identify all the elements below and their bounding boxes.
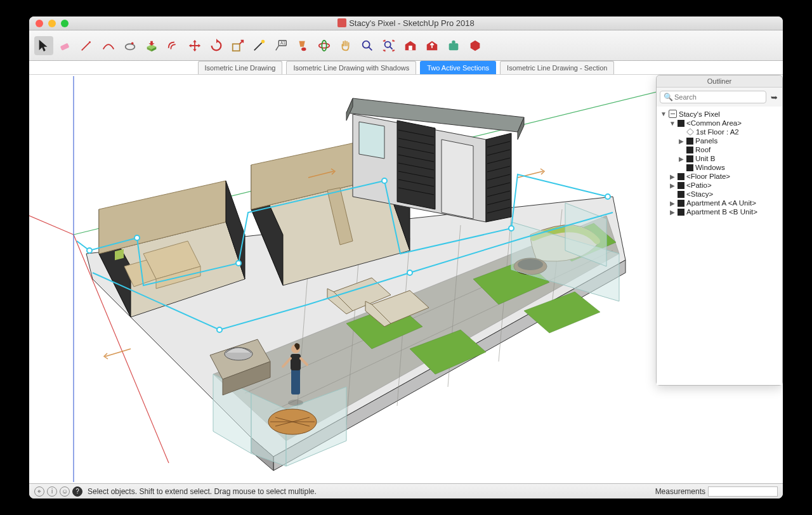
scene-tab-3[interactable]: Isometric Line Drawing - Section — [500, 61, 614, 74]
svg-point-1 — [126, 44, 135, 49]
outliner-search-row: 🔍 ➥ — [657, 88, 782, 107]
disclosure-icon[interactable]: ▼ — [669, 120, 676, 127]
component-icon — [678, 200, 684, 207]
component-icon — [686, 147, 693, 153]
tool-layout[interactable] — [466, 36, 485, 55]
outliner-item[interactable]: ▼<Common Area> — [658, 119, 781, 127]
disclosure-icon[interactable]: ▼ — [660, 110, 667, 117]
tool-shapes[interactable] — [121, 36, 140, 55]
svg-rect-0 — [60, 42, 70, 50]
svg-rect-96 — [291, 354, 301, 370]
status-icons: ⌖ i ☺ ? — [34, 486, 82, 497]
disclosure-icon[interactable]: ▶ — [669, 182, 676, 189]
main-toolbar: A1 — [29, 30, 783, 61]
tool-zoom[interactable] — [358, 36, 377, 55]
window-title: Stacy's Pixel - SketchUp Pro 2018 — [29, 18, 783, 28]
outliner-item[interactable]: 1st Floor : A2 — [658, 127, 781, 136]
profile-icon[interactable]: ☺ — [60, 486, 70, 497]
scene-tabs: Isometric Line Drawing Isometric Line Dr… — [29, 61, 783, 75]
svg-text:A1: A1 — [280, 41, 285, 45]
measurements-input[interactable] — [708, 486, 778, 497]
component-icon — [686, 164, 693, 171]
scene-tab-0[interactable]: Isometric Line Drawing — [198, 61, 283, 74]
measurements-label: Measurements — [655, 487, 705, 496]
svg-point-101 — [382, 178, 387, 183]
titlebar: Stacy's Pixel - SketchUp Pro 2018 — [29, 16, 783, 30]
outliner-item-label: <Floor Plate> — [686, 173, 730, 180]
outliner-item-label: Panels — [695, 137, 717, 145]
svg-point-8 — [319, 43, 330, 48]
svg-marker-83 — [359, 122, 384, 159]
svg-rect-13 — [449, 43, 459, 50]
tool-pushpull[interactable] — [142, 36, 161, 55]
outliner-item-label: Windows — [695, 164, 725, 171]
outliner-details-button[interactable]: ➥ — [769, 92, 779, 102]
tool-offset[interactable] — [164, 36, 183, 55]
tool-zoom-extents[interactable] — [379, 36, 398, 55]
outliner-item-label: <Patio> — [686, 181, 712, 189]
tool-rotate[interactable] — [207, 36, 226, 55]
outliner-item-label: Apartment A <A Unit> — [686, 199, 756, 207]
outliner-item[interactable]: ▼Stacy's Pixel — [658, 109, 781, 119]
svg-point-9 — [322, 40, 326, 51]
scene-tab-2[interactable]: Two Active Sections — [420, 61, 496, 74]
tool-arc[interactable] — [99, 36, 118, 55]
outliner-panel[interactable]: Outliner 🔍 ➥ ▼Stacy's Pixel▼<Common Area… — [656, 75, 783, 386]
outliner-item[interactable]: ▶<Patio> — [658, 181, 781, 190]
tool-line[interactable] — [77, 36, 96, 55]
scene-tab-1[interactable]: Isometric Line Drawing with Shadows — [286, 61, 416, 74]
svg-point-7 — [301, 47, 306, 51]
disclosure-icon[interactable]: ▶ — [669, 173, 676, 180]
geolocate-icon[interactable]: ⌖ — [34, 486, 44, 497]
disclosure-icon[interactable]: ▶ — [669, 209, 676, 216]
svg-point-104 — [217, 327, 222, 332]
tool-text[interactable]: A1 — [272, 36, 291, 55]
search-icon: 🔍 — [664, 93, 673, 101]
outliner-item[interactable]: ▶Apartment B <B Unit> — [658, 207, 781, 216]
outliner-item[interactable]: ▶Apartment A <A Unit> — [658, 199, 781, 207]
outliner-item[interactable]: Roof — [658, 145, 781, 154]
svg-point-14 — [452, 40, 455, 44]
outliner-item[interactable]: <Stacy> — [658, 190, 781, 199]
app-window: Stacy's Pixel - SketchUp Pro 2018 A1 Iso… — [29, 16, 783, 499]
svg-point-98 — [87, 248, 92, 253]
outliner-item-label: Roof — [695, 146, 710, 153]
outliner-item-label: Apartment B <B Unit> — [686, 208, 757, 216]
workspace[interactable]: Outliner 🔍 ➥ ▼Stacy's Pixel▼<Common Area… — [29, 75, 783, 483]
outliner-search-input[interactable] — [660, 91, 766, 103]
tool-eraser[interactable] — [56, 36, 75, 55]
tool-paint[interactable] — [293, 36, 312, 55]
help-icon[interactable]: ? — [72, 486, 82, 497]
outliner-title: Outliner — [657, 75, 782, 88]
tool-extensions[interactable] — [444, 36, 463, 55]
svg-rect-95 — [291, 368, 300, 394]
component-icon — [678, 173, 684, 180]
tool-warehouse-share[interactable] — [422, 36, 442, 55]
outliner-tree[interactable]: ▼Stacy's Pixel▼<Common Area>1st Floor : … — [657, 107, 782, 385]
outliner-item-label: <Stacy> — [686, 190, 713, 198]
svg-point-4 — [261, 39, 265, 43]
svg-point-94 — [288, 400, 303, 406]
deck-table — [268, 409, 317, 434]
outliner-item[interactable]: ▶<Floor Plate> — [658, 172, 781, 181]
tool-pan[interactable] — [336, 36, 355, 55]
svg-marker-82 — [442, 140, 473, 219]
tool-orbit[interactable] — [315, 36, 334, 55]
tool-warehouse-get[interactable] — [401, 36, 420, 55]
tool-tape[interactable] — [250, 36, 269, 55]
svg-point-102 — [509, 226, 514, 231]
outliner-item[interactable]: ▶Unit B — [658, 154, 781, 163]
outliner-item[interactable]: ▶Panels — [658, 136, 781, 145]
outliner-item-label: Unit B — [695, 155, 715, 162]
tool-scale[interactable] — [228, 36, 247, 55]
outliner-item[interactable]: Windows — [658, 163, 781, 172]
svg-point-100 — [236, 261, 241, 266]
disclosure-icon[interactable]: ▶ — [669, 200, 676, 207]
tool-select[interactable] — [34, 36, 53, 55]
model-icon — [669, 110, 677, 118]
disclosure-icon[interactable]: ▶ — [678, 155, 684, 162]
tool-move[interactable] — [185, 36, 204, 55]
outliner-item-label: <Common Area> — [686, 119, 742, 127]
credits-icon[interactable]: i — [47, 486, 57, 497]
disclosure-icon[interactable]: ▶ — [678, 138, 684, 145]
